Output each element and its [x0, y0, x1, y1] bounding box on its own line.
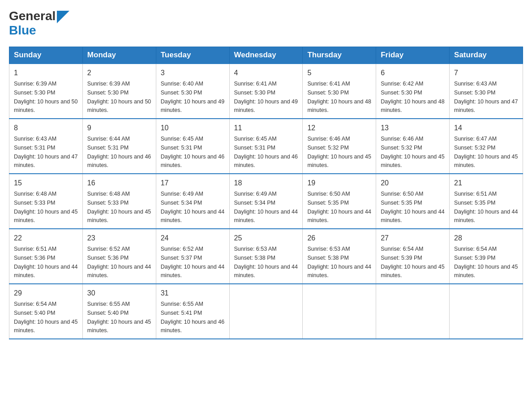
day-number: 23 [87, 233, 151, 244]
calendar-cell: 28 Sunrise: 6:54 AMSunset: 5:39 PMDaylig… [450, 229, 523, 284]
day-number: 28 [454, 233, 518, 244]
calendar-cell: 8 Sunrise: 6:43 AMSunset: 5:31 PMDayligh… [9, 119, 83, 174]
calendar-cell: 4 Sunrise: 6:41 AMSunset: 5:30 PMDayligh… [229, 64, 303, 119]
calendar-cell: 12 Sunrise: 6:46 AMSunset: 5:32 PMDaylig… [303, 119, 376, 174]
day-number: 18 [234, 178, 298, 188]
day-number: 12 [307, 123, 371, 133]
calendar-cell: 6 Sunrise: 6:42 AMSunset: 5:30 PMDayligh… [376, 64, 450, 119]
weekday-header-sunday: Sunday [9, 47, 83, 64]
day-info: Sunrise: 6:53 AMSunset: 5:38 PMDaylight:… [307, 246, 371, 278]
day-info: Sunrise: 6:42 AMSunset: 5:30 PMDaylight:… [381, 81, 444, 113]
calendar-cell: 30 Sunrise: 6:55 AMSunset: 5:40 PMDaylig… [82, 284, 156, 339]
day-info: Sunrise: 6:50 AMSunset: 5:35 PMDaylight:… [307, 191, 371, 223]
day-number: 27 [381, 233, 445, 244]
day-info: Sunrise: 6:46 AMSunset: 5:32 PMDaylight:… [381, 136, 444, 168]
weekday-header-monday: Monday [82, 47, 156, 64]
day-info: Sunrise: 6:47 AMSunset: 5:32 PMDaylight:… [454, 136, 518, 168]
calendar-cell: 18 Sunrise: 6:49 AMSunset: 5:34 PMDaylig… [229, 174, 303, 229]
calendar-cell [376, 284, 450, 339]
day-number: 9 [87, 123, 151, 133]
day-info: Sunrise: 6:45 AMSunset: 5:31 PMDaylight:… [234, 136, 298, 168]
day-number: 24 [161, 233, 225, 244]
calendar-cell: 9 Sunrise: 6:44 AMSunset: 5:31 PMDayligh… [82, 119, 156, 174]
day-info: Sunrise: 6:44 AMSunset: 5:31 PMDaylight:… [87, 136, 151, 168]
calendar-cell: 10 Sunrise: 6:45 AMSunset: 5:31 PMDaylig… [156, 119, 229, 174]
calendar-week-row: 29 Sunrise: 6:54 AMSunset: 5:40 PMDaylig… [9, 284, 523, 339]
calendar-cell: 7 Sunrise: 6:43 AMSunset: 5:30 PMDayligh… [450, 64, 523, 119]
calendar-cell [450, 284, 523, 339]
day-info: Sunrise: 6:49 AMSunset: 5:34 PMDaylight:… [161, 191, 224, 223]
logo-triangle-icon [57, 11, 69, 23]
calendar-cell: 26 Sunrise: 6:53 AMSunset: 5:38 PMDaylig… [303, 229, 376, 284]
day-number: 20 [381, 178, 445, 188]
day-info: Sunrise: 6:52 AMSunset: 5:36 PMDaylight:… [87, 246, 151, 278]
day-info: Sunrise: 6:39 AMSunset: 5:30 PMDaylight:… [87, 81, 151, 113]
weekday-header-tuesday: Tuesday [156, 47, 229, 64]
day-number: 22 [14, 233, 78, 244]
calendar-cell [229, 284, 303, 339]
day-info: Sunrise: 6:55 AMSunset: 5:40 PMDaylight:… [87, 301, 151, 334]
calendar-cell: 14 Sunrise: 6:47 AMSunset: 5:32 PMDaylig… [450, 119, 523, 174]
calendar-week-row: 15 Sunrise: 6:48 AMSunset: 5:33 PMDaylig… [9, 174, 523, 229]
calendar-cell: 2 Sunrise: 6:39 AMSunset: 5:30 PMDayligh… [82, 64, 156, 119]
calendar-cell: 25 Sunrise: 6:53 AMSunset: 5:38 PMDaylig… [229, 229, 303, 284]
calendar-cell: 21 Sunrise: 6:51 AMSunset: 5:35 PMDaylig… [450, 174, 523, 229]
calendar-cell: 17 Sunrise: 6:49 AMSunset: 5:34 PMDaylig… [156, 174, 229, 229]
day-info: Sunrise: 6:53 AMSunset: 5:38 PMDaylight:… [234, 246, 298, 278]
day-info: Sunrise: 6:40 AMSunset: 5:30 PMDaylight:… [161, 81, 224, 113]
day-info: Sunrise: 6:39 AMSunset: 5:30 PMDaylight:… [14, 81, 77, 113]
day-number: 5 [307, 68, 371, 78]
calendar-week-row: 8 Sunrise: 6:43 AMSunset: 5:31 PMDayligh… [9, 119, 523, 174]
day-number: 6 [381, 68, 445, 78]
calendar-cell: 19 Sunrise: 6:50 AMSunset: 5:35 PMDaylig… [303, 174, 376, 229]
logo-general-text: General [9, 9, 56, 23]
calendar-table: SundayMondayTuesdayWednesdayThursdayFrid… [9, 47, 523, 339]
day-number: 1 [14, 68, 78, 78]
day-info: Sunrise: 6:46 AMSunset: 5:32 PMDaylight:… [307, 136, 371, 168]
calendar-cell: 24 Sunrise: 6:52 AMSunset: 5:37 PMDaylig… [156, 229, 229, 284]
day-number: 15 [14, 178, 78, 188]
day-number: 26 [307, 233, 371, 244]
day-number: 11 [234, 123, 298, 133]
day-number: 25 [234, 233, 298, 244]
day-info: Sunrise: 6:52 AMSunset: 5:37 PMDaylight:… [161, 246, 224, 278]
day-info: Sunrise: 6:50 AMSunset: 5:35 PMDaylight:… [381, 191, 444, 223]
day-number: 4 [234, 68, 298, 78]
day-info: Sunrise: 6:51 AMSunset: 5:36 PMDaylight:… [14, 246, 77, 278]
calendar-cell: 5 Sunrise: 6:41 AMSunset: 5:30 PMDayligh… [303, 64, 376, 119]
day-number: 2 [87, 68, 151, 78]
weekday-header-wednesday: Wednesday [229, 47, 303, 64]
calendar-cell: 23 Sunrise: 6:52 AMSunset: 5:36 PMDaylig… [82, 229, 156, 284]
day-info: Sunrise: 6:54 AMSunset: 5:39 PMDaylight:… [381, 246, 444, 278]
day-info: Sunrise: 6:54 AMSunset: 5:40 PMDaylight:… [14, 301, 77, 334]
weekday-header-row: SundayMondayTuesdayWednesdayThursdayFrid… [9, 47, 523, 64]
day-number: 17 [161, 178, 225, 188]
calendar-cell [303, 284, 376, 339]
calendar-cell: 29 Sunrise: 6:54 AMSunset: 5:40 PMDaylig… [9, 284, 83, 339]
weekday-header-thursday: Thursday [303, 47, 376, 64]
day-info: Sunrise: 6:48 AMSunset: 5:33 PMDaylight:… [87, 191, 151, 223]
day-number: 29 [14, 288, 78, 299]
calendar-cell: 13 Sunrise: 6:46 AMSunset: 5:32 PMDaylig… [376, 119, 450, 174]
day-number: 10 [161, 123, 225, 133]
day-number: 21 [454, 178, 518, 188]
calendar-cell: 20 Sunrise: 6:50 AMSunset: 5:35 PMDaylig… [376, 174, 450, 229]
calendar-week-row: 22 Sunrise: 6:51 AMSunset: 5:36 PMDaylig… [9, 229, 523, 284]
page-header: General Blue [9, 9, 523, 38]
weekday-header-saturday: Saturday [450, 47, 523, 64]
day-info: Sunrise: 6:41 AMSunset: 5:30 PMDaylight:… [307, 81, 371, 113]
day-number: 31 [161, 288, 225, 299]
day-info: Sunrise: 6:41 AMSunset: 5:30 PMDaylight:… [234, 81, 298, 113]
day-info: Sunrise: 6:43 AMSunset: 5:31 PMDaylight:… [14, 136, 77, 168]
day-info: Sunrise: 6:55 AMSunset: 5:41 PMDaylight:… [161, 301, 224, 334]
day-number: 8 [14, 123, 78, 133]
day-info: Sunrise: 6:48 AMSunset: 5:33 PMDaylight:… [14, 191, 77, 223]
day-number: 13 [381, 123, 445, 133]
calendar-cell: 11 Sunrise: 6:45 AMSunset: 5:31 PMDaylig… [229, 119, 303, 174]
calendar-cell: 15 Sunrise: 6:48 AMSunset: 5:33 PMDaylig… [9, 174, 83, 229]
day-info: Sunrise: 6:43 AMSunset: 5:30 PMDaylight:… [454, 81, 518, 113]
day-info: Sunrise: 6:49 AMSunset: 5:34 PMDaylight:… [234, 191, 298, 223]
calendar-cell: 31 Sunrise: 6:55 AMSunset: 5:41 PMDaylig… [156, 284, 229, 339]
calendar-cell: 3 Sunrise: 6:40 AMSunset: 5:30 PMDayligh… [156, 64, 229, 119]
logo-blue-text: Blue [9, 23, 36, 38]
